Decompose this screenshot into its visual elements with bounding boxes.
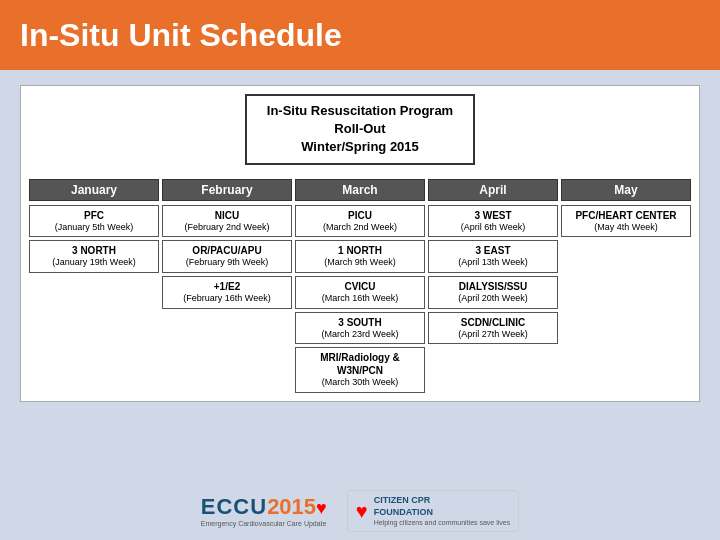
january-col: PFC (January 5th Week) 3 NORTH (January … [29,205,159,393]
list-item: PICU (March 2nd Week) [295,205,425,238]
eccu-branding: ECCU 2015 ♥ Emergency Cardiovascular Car… [201,494,327,528]
col-header-may: May [561,179,691,201]
april-col: 3 WEST (April 6th Week) 3 EAST (April 13… [428,205,558,393]
title-line1: In-Situ Resuscitation Program [267,102,453,120]
eccu-year: 2015 [267,494,316,520]
col-header-april: April [428,179,558,201]
eccu-subtitle: Emergency Cardiovascular Care Update [201,520,327,528]
eccu-logo: ECCU 2015 ♥ Emergency Cardiovascular Car… [201,494,327,528]
list-item: MRI/Radiology & W3N/PCN (March 30th Week… [295,347,425,393]
list-item: DIALYSIS/SSU (April 20th Week) [428,276,558,309]
eccu-text: ECCU [201,494,267,520]
citizen-heart-icon: ♥ [356,500,368,523]
list-item: 3 NORTH (January 19th Week) [29,240,159,273]
title-block: In-Situ Resuscitation Program Roll-Out W… [29,94,691,173]
column-headers: January February March April May [29,179,691,201]
citizen-name-line2: FOUNDATION [374,507,511,519]
list-item: NICU (February 2nd Week) [162,205,292,238]
list-item: 1 NORTH (March 9th Week) [295,240,425,273]
list-item: OR/PACU/APU (February 9th Week) [162,240,292,273]
list-item: PFC/HEART CENTER (May 4th Week) [561,205,691,238]
col-header-february: February [162,179,292,201]
title-line3: Winter/Spring 2015 [267,138,453,156]
footer: ECCU 2015 ♥ Emergency Cardiovascular Car… [0,490,720,532]
page-header: In-Situ Unit Schedule [0,0,720,70]
col-header-january: January [29,179,159,201]
may-col: PFC/HEART CENTER (May 4th Week) [561,205,691,393]
citizen-subtitle: Helping citizens and communities save li… [374,519,511,527]
citizen-cpr-logo: ♥ CITIZEN CPR FOUNDATION Helping citizen… [347,490,519,532]
main-content: In-Situ Resuscitation Program Roll-Out W… [0,70,720,540]
list-item: PFC (January 5th Week) [29,205,159,238]
col-header-march: March [295,179,425,201]
schedule-grid: PFC (January 5th Week) 3 NORTH (January … [29,205,691,393]
list-item: 3 WEST (April 6th Week) [428,205,558,238]
list-item: CVICU (March 16th Week) [295,276,425,309]
list-item: 3 SOUTH (March 23rd Week) [295,312,425,345]
schedule-title: In-Situ Resuscitation Program Roll-Out W… [245,94,475,165]
february-col: NICU (February 2nd Week) OR/PACU/APU (Fe… [162,205,292,393]
march-col: PICU (March 2nd Week) 1 NORTH (March 9th… [295,205,425,393]
citizen-text-block: CITIZEN CPR FOUNDATION Helping citizens … [374,495,511,527]
eccu-heart-icon: ♥ [316,498,327,519]
list-item: +1/E2 (February 16th Week) [162,276,292,309]
title-line2: Roll-Out [267,120,453,138]
list-item: SCDN/CLINIC (April 27th Week) [428,312,558,345]
page-title: In-Situ Unit Schedule [20,17,342,54]
citizen-name-line1: CITIZEN CPR [374,495,511,507]
schedule-container: In-Situ Resuscitation Program Roll-Out W… [20,85,700,402]
list-item: 3 EAST (April 13th Week) [428,240,558,273]
